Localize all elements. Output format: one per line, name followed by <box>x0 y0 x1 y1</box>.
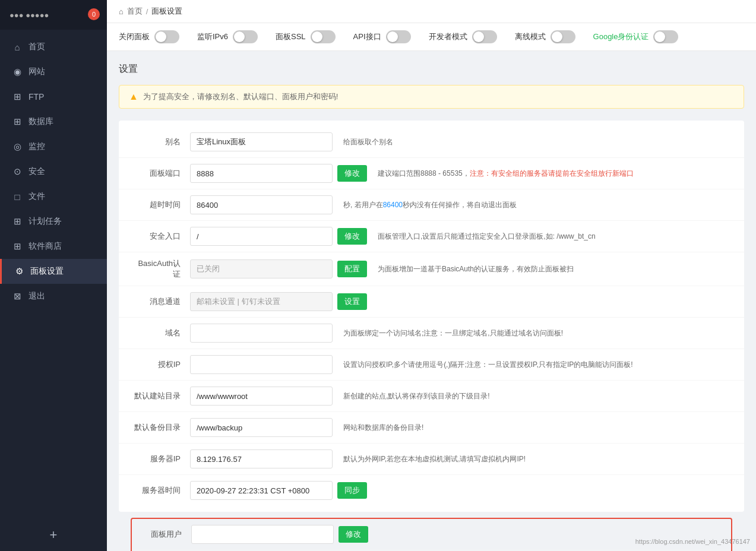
input-port[interactable] <box>190 164 333 183</box>
logo-text: ●●● ●●●●● <box>10 11 97 20</box>
label-port: 面板端口 <box>131 168 190 179</box>
main-content: ⌂ 首页 / 面板设置 关闭面板 监听IPv6 面板SSL API接口 开发者模… <box>107 0 756 551</box>
hint-authip: 设置访问授权IP,多个请使用逗号(,)隔开;注意：一旦设置授权IP,只有指定IP… <box>343 360 633 370</box>
toggle-close-panel-label: 关闭面板 <box>119 31 150 42</box>
input-servertime[interactable] <box>190 481 333 500</box>
sidebar-logo: ●●● ●●●●● 0 <box>0 0 107 30</box>
input-wrap-alias: 给面板取个别名 <box>190 132 393 151</box>
toggle-ipv6-switch[interactable] <box>233 30 258 43</box>
toggle-google-auth-switch[interactable] <box>653 30 678 43</box>
sidebar-item-label: 安全 <box>29 166 45 177</box>
input-wrap-message: 设置 <box>190 292 367 311</box>
form-row-port: 面板端口 修改 建议端口范围8888 - 65535，注意：有安全组的服务器请提… <box>119 158 744 189</box>
warning-box: ▲ 为了提高安全，请修改别名、默认端口、面板用户和密码! <box>119 85 744 109</box>
sidebar-item-crontab[interactable]: ⊞ 计划任务 <box>0 209 107 234</box>
hint-timeout: 秒, 若用户在86400秒内没有任何操作，将自动退出面板 <box>343 200 517 210</box>
sidebar-item-label: 软件商店 <box>29 241 62 252</box>
modify-port-button[interactable]: 修改 <box>337 165 367 182</box>
input-wrap-serverip: 默认为外网IP,若您在本地虚拟机测试,请填写虚拟机内网IP! <box>190 449 526 468</box>
config-basicauth-button[interactable]: 配置 <box>337 261 367 277</box>
form-row-timeout: 超时时间 秒, 若用户在86400秒内没有任何操作，将自动退出面板 <box>119 189 744 221</box>
settings-content: 设置 ▲ 为了提高安全，请修改别名、默认端口、面板用户和密码! 别名 给面板取个… <box>107 51 756 551</box>
input-domain[interactable] <box>190 324 333 343</box>
ftp-icon: ⊞ <box>12 91 23 102</box>
toggle-ipv6-label: 监听IPv6 <box>197 31 228 42</box>
sidebar-item-database[interactable]: ⊞ 数据库 <box>0 109 107 134</box>
toggle-google-auth-label: Google身份认证 <box>593 31 649 42</box>
form-row-authip: 授权IP 设置访问授权IP,多个请使用逗号(,)隔开;注意：一旦设置授权IP,只… <box>119 349 744 381</box>
toggle-devmode-label: 开发者模式 <box>429 31 467 42</box>
hint-backupdir: 网站和数据库的备份目录! <box>343 423 423 433</box>
toggle-ssl-switch[interactable] <box>311 30 336 43</box>
monitor-icon: ◎ <box>12 141 23 152</box>
form-row-backupdir: 默认备份目录 网站和数据库的备份目录! <box>119 412 744 444</box>
watermark: https://blog.csdn.net/wei_xin_43476147 <box>635 538 750 545</box>
sidebar-item-monitor[interactable]: ◎ 监控 <box>0 134 107 159</box>
toggle-google-auth: Google身份认证 <box>593 30 679 43</box>
form-row-serverip: 服务器IP 默认为外网IP,若您在本地虚拟机测试,请填写虚拟机内网IP! <box>119 444 744 475</box>
modify-panel-user-button[interactable]: 修改 <box>339 526 368 543</box>
toggle-close-panel-switch[interactable] <box>154 30 179 43</box>
sidebar-item-panelsettings[interactable]: ⚙ 面板设置 <box>0 259 107 284</box>
hint-secure-entry: 面板管理入口,设置后只能通过指定安全入口登录面板,如: /www_bt_cn <box>378 232 596 242</box>
breadcrumb-home[interactable]: 首页 <box>127 6 143 17</box>
toggle-api: API接口 <box>353 30 411 43</box>
label-basicauth: BasicAuth认证 <box>131 258 190 280</box>
database-icon: ⊞ <box>12 116 23 127</box>
warning-triangle-icon: ▲ <box>129 91 138 102</box>
hint-port: 建议端口范围8888 - 65535，注意：有安全组的服务器请提前在安全组放行新… <box>378 169 634 179</box>
sidebar-item-website[interactable]: ◉ 网站 <box>0 59 107 84</box>
breadcrumb-separator: / <box>146 7 148 16</box>
input-wrap-authip: 设置访问授权IP,多个请使用逗号(,)隔开;注意：一旦设置授权IP,只有指定IP… <box>190 355 633 374</box>
breadcrumb-current: 面板设置 <box>151 6 182 17</box>
label-secure-entry: 安全入口 <box>131 231 190 242</box>
sidebar-item-label: FTP <box>29 92 44 102</box>
section-title: 设置 <box>119 63 744 75</box>
input-serverip[interactable] <box>190 449 333 468</box>
input-panel-user[interactable] <box>191 525 334 544</box>
sidebar-item-files[interactable]: □ 文件 <box>0 184 107 209</box>
toggle-api-switch[interactable] <box>386 30 411 43</box>
breadcrumb: ⌂ 首页 / 面板设置 <box>107 0 756 23</box>
input-wrap-servertime: 同步 <box>190 481 367 500</box>
toggle-devmode-switch[interactable] <box>472 30 497 43</box>
input-message <box>190 292 333 311</box>
sidebar-item-label: 首页 <box>29 42 45 52</box>
sidebar-item-logout[interactable]: ⊠ 退出 <box>0 284 107 309</box>
settings-form: 别名 给面板取个别名 面板端口 修改 建议端口范围8888 - 65535，注意… <box>119 121 744 512</box>
crontab-icon: ⊞ <box>12 216 23 227</box>
hint-serverip: 默认为外网IP,若您在本地虚拟机测试,请填写虚拟机内网IP! <box>343 454 526 464</box>
toggle-offline: 离线模式 <box>515 30 575 43</box>
sync-time-button[interactable]: 同步 <box>337 482 367 499</box>
set-message-button[interactable]: 设置 <box>337 293 367 310</box>
input-sitedir[interactable] <box>190 387 333 406</box>
sidebar-nav: ⌂ 首页 ◉ 网站 ⊞ FTP ⊞ 数据库 ◎ 监控 ⊙ 安全 □ 文件 ⊞ 计 <box>0 30 107 519</box>
form-row-servertime: 服务器时间 同步 <box>119 475 744 506</box>
sidebar-item-security[interactable]: ⊙ 安全 <box>0 159 107 184</box>
notification-badge: 0 <box>88 8 100 20</box>
input-backupdir[interactable] <box>190 418 333 437</box>
input-authip[interactable] <box>190 355 333 374</box>
sidebar-item-label: 网站 <box>29 66 45 77</box>
sidebar-item-home[interactable]: ⌂ 首页 <box>0 34 107 59</box>
sidebar-item-software[interactable]: ⊞ 软件商店 <box>0 234 107 259</box>
toggle-ipv6: 监听IPv6 <box>197 30 258 43</box>
toggle-ssl-label: 面板SSL <box>276 31 306 42</box>
toggle-offline-switch[interactable] <box>551 30 575 43</box>
sidebar-item-ftp[interactable]: ⊞ FTP <box>0 84 107 109</box>
label-alias: 别名 <box>131 137 190 147</box>
form-row-panel-user: 面板用户 修改 <box>132 519 731 550</box>
sidebar-item-label: 监控 <box>29 141 45 152</box>
label-serverip: 服务器IP <box>131 454 190 464</box>
input-timeout[interactable] <box>190 195 333 214</box>
toggle-devmode: 开发者模式 <box>429 30 497 43</box>
home-icon-small: ⌂ <box>119 7 124 16</box>
form-row-message: 消息通道 设置 <box>119 286 744 318</box>
label-servertime: 服务器时间 <box>131 485 190 496</box>
add-button[interactable]: + <box>0 519 107 551</box>
hint-domain: 为面板绑定一个访问域名;注意：一旦绑定域名,只能通过域名访问面板! <box>343 328 563 338</box>
modify-secure-entry-button[interactable]: 修改 <box>337 228 367 245</box>
input-alias[interactable] <box>190 132 333 151</box>
input-wrap-backupdir: 网站和数据库的备份目录! <box>190 418 423 437</box>
input-secure-entry[interactable] <box>190 227 333 246</box>
